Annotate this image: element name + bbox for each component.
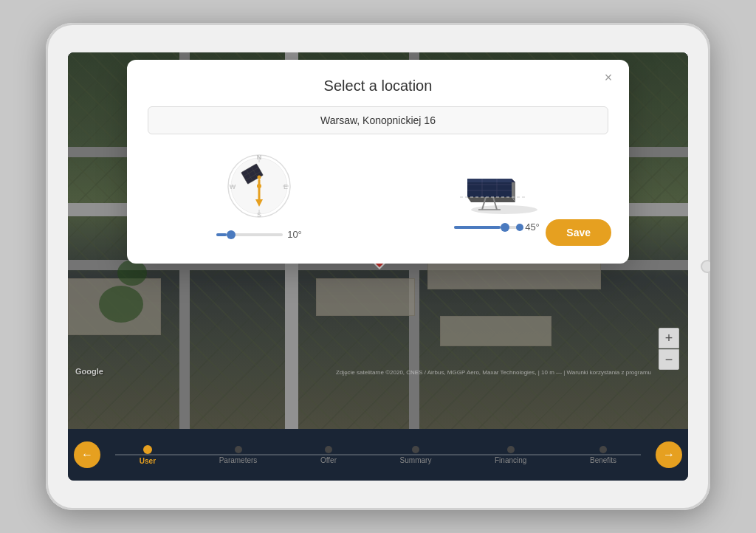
location-modal: × Select a location N E S [127,60,629,264]
nav-dot-parameters [235,446,242,453]
nav-label-financing: Financing [495,456,526,464]
svg-text:W: W [230,183,236,190]
nav-dot-summary [412,446,419,453]
nav-steps: User Parameters Offer Summary Financing [100,445,656,465]
azimuth-value: 10° [287,229,302,240]
location-input[interactable] [148,106,608,134]
nav-bar: ← User Parameters Offer Summary [68,429,688,481]
nav-progress-line [115,454,641,455]
nav-label-user: User [140,457,156,465]
screen: Google Zdjęcie satelitarne ©2020, CNES /… [68,52,688,481]
tilt-value: 45° [525,221,540,233]
nav-dot-user [143,445,152,454]
azimuth-slider-thumb[interactable] [227,230,236,239]
nav-label-summary: Summary [400,456,432,464]
svg-text:E: E [284,183,288,190]
azimuth-slider-track[interactable] [216,233,283,236]
tilt-slider-fill [454,226,501,229]
nav-dot-financing [507,446,515,453]
nav-label-offer: Offer [320,456,337,464]
nav-back-button[interactable]: ← [74,441,100,468]
svg-marker-28 [467,179,512,182]
nav-label-benefits: Benefits [590,456,616,464]
modal-title: Select a location [148,78,608,94]
compass-svg: N E S W [222,149,296,223]
nav-step-offer[interactable]: Offer [320,446,337,464]
nav-forward-button[interactable]: → [656,441,682,468]
tablet-home-button[interactable] [701,260,710,273]
panel-3d-svg [445,157,549,216]
panel-row: N E S W [148,149,608,240]
nav-step-benefits[interactable]: Benefits [590,446,616,464]
nav-dot-benefits [599,446,607,453]
modal-overlay: × Select a location N E S [68,52,688,429]
nav-step-user[interactable]: User [140,445,156,465]
compass-area: N E S W [148,149,371,240]
modal-close-button[interactable]: × [599,69,617,86]
azimuth-slider-row: 10° [216,229,302,240]
tilt-slider-thumb[interactable] [501,223,509,232]
svg-marker-20 [467,197,515,202]
nav-step-financing[interactable]: Financing [495,446,526,464]
svg-point-17 [258,176,261,179]
svg-point-18 [257,184,261,188]
nav-dot-offer [325,446,332,453]
save-button[interactable]: Save [546,219,611,246]
nav-label-parameters: Parameters [219,456,258,464]
tablet-frame: Google Zdjęcie satelitarne ©2020, CNES /… [46,23,710,510]
tilt-slider-row: 45° [454,221,540,233]
nav-step-parameters[interactable]: Parameters [219,446,258,464]
azimuth-slider-fill [216,233,227,236]
tilt-slider-track[interactable] [454,226,520,229]
nav-step-summary[interactable]: Summary [400,446,432,464]
